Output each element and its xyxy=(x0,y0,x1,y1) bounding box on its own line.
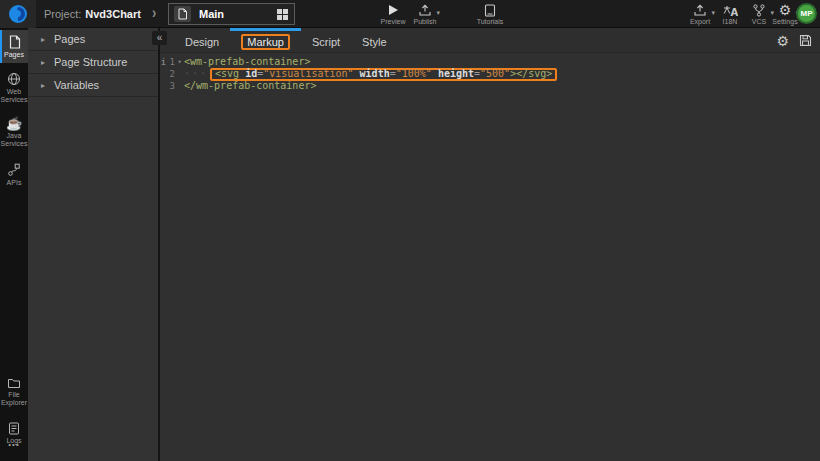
sidebar-item-label: APIs xyxy=(7,179,22,187)
editor-region: Design Markup Script Style ⚙ xyxy=(158,28,820,461)
line-number: 1 xyxy=(167,56,175,68)
logs-document-icon xyxy=(8,422,20,435)
sidebar-item-apis[interactable]: APIs xyxy=(0,158,28,191)
code-token: height xyxy=(438,68,474,80)
code-token: </wm-prefab-container> xyxy=(184,80,316,92)
panel-section-variables[interactable]: ▸ Variables xyxy=(28,74,158,97)
code-token: width xyxy=(360,68,390,80)
tab-label: Script xyxy=(312,36,340,48)
translate-icon: A xyxy=(723,3,738,17)
i18n-label: I18N xyxy=(723,18,738,25)
gutter-line-3[interactable]: 3 xyxy=(160,80,184,92)
code-token: id xyxy=(245,68,257,80)
wavemaker-studio-window: Project: Nvd3Chart › Main xyxy=(0,0,820,461)
chevron-down-icon: ▾ xyxy=(436,9,440,17)
grid-icon[interactable] xyxy=(276,8,289,21)
tab-script[interactable]: Script xyxy=(301,28,351,52)
line-number: 2 xyxy=(167,68,175,80)
wavemaker-logo-icon xyxy=(8,4,28,24)
gutter-line-2[interactable]: 2 xyxy=(160,68,184,80)
gutter-line-1[interactable]: i 1 ▾ xyxy=(160,56,184,68)
more-options-icon[interactable]: ••• xyxy=(0,440,28,449)
preview-label: Preview xyxy=(381,18,406,25)
vcs-label: VCS xyxy=(752,18,766,25)
tab-style[interactable]: Style xyxy=(351,28,397,52)
play-icon xyxy=(387,3,399,17)
code-token: <wm-prefab-container> xyxy=(184,56,310,68)
tab-design[interactable]: Design xyxy=(174,28,230,52)
editor-tab-strip: Design Markup Script Style ⚙ xyxy=(160,28,820,53)
user-avatar[interactable]: MP xyxy=(796,3,817,24)
editor-settings-button[interactable]: ⚙ xyxy=(776,34,789,48)
gutter-info-marker: i xyxy=(160,56,167,68)
annotation-highlight: <svg id = "visualisation" width = "100%"… xyxy=(210,68,557,81)
branch-icon: ▾ xyxy=(752,3,766,17)
sidebar-item-java-services[interactable]: ☕ Java Services xyxy=(0,112,28,152)
project-name: Nvd3Chart xyxy=(85,8,141,20)
project-label: Project: xyxy=(44,8,81,20)
panel-section-label: Pages xyxy=(54,33,85,45)
sidebar-item-label: Pages xyxy=(4,51,24,59)
settings-label: Settings xyxy=(772,18,797,25)
collapsed-arrow-icon: ▸ xyxy=(41,81,45,90)
code-token: <svg xyxy=(215,68,245,80)
tab-label: Design xyxy=(185,36,219,48)
save-button[interactable] xyxy=(799,34,812,47)
sidebar-item-file-explorer[interactable]: File Explorer xyxy=(0,372,28,411)
pages-icon xyxy=(8,35,21,49)
explorer-panel: ▸ Pages ▸ Page Structure ▸ Variables « xyxy=(28,28,158,461)
collapsed-arrow-icon: ▸ xyxy=(41,58,45,67)
code-editor[interactable]: i 1 ▾ <wm-prefab-container> 2 ··· <svg i… xyxy=(160,53,820,92)
annotation-highlight: Markup xyxy=(241,34,290,50)
page-tab-main[interactable]: Main xyxy=(168,3,295,25)
tutorials-book-icon xyxy=(484,3,496,17)
panel-section-label: Page Structure xyxy=(54,56,127,68)
panel-collapse-button[interactable]: « xyxy=(152,31,167,45)
publish-button[interactable]: ▾ Publish xyxy=(406,3,444,27)
coffee-icon: ☕ xyxy=(6,117,22,130)
collapsed-arrow-icon: ▸ xyxy=(41,35,45,44)
page-doc-icon xyxy=(174,6,191,22)
project-indicator: Project: Nvd3Chart xyxy=(44,0,141,28)
code-line-2[interactable]: 2 ··· <svg id = "visualisation" width = … xyxy=(160,68,820,80)
code-token: "500" xyxy=(480,68,510,80)
folder-icon xyxy=(7,377,21,389)
connector-icon xyxy=(7,163,21,177)
svg-text:A: A xyxy=(730,7,738,17)
gear-icon: ⚙ xyxy=(776,34,789,48)
activity-bar: Pages Web Services ☕ Java Services xyxy=(0,28,28,461)
code-token: "100%" xyxy=(396,68,438,80)
tab-markup[interactable]: Markup xyxy=(230,28,301,52)
save-floppy-icon xyxy=(799,34,812,47)
sidebar-item-pages[interactable]: Pages xyxy=(0,30,28,63)
globe-icon xyxy=(7,72,21,86)
line-number: 3 xyxy=(167,80,175,92)
sidebar-item-label: Java Services xyxy=(0,132,28,148)
tutorials-button[interactable]: Tutorials xyxy=(471,3,509,27)
page-tab-label: Main xyxy=(199,8,276,20)
sidebar-item-label: Web Services xyxy=(0,88,28,104)
export-upload-icon: ▾ xyxy=(693,3,707,17)
tab-label: Style xyxy=(362,36,386,48)
panel-section-page-structure[interactable]: ▸ Page Structure xyxy=(28,51,158,74)
sidebar-item-web-services[interactable]: Web Services xyxy=(0,67,28,108)
app-logo[interactable] xyxy=(0,0,36,28)
code-line-3[interactable]: 3 </wm-prefab-container> xyxy=(160,80,820,92)
tutorials-label: Tutorials xyxy=(477,18,504,25)
code-token: "visualisation" xyxy=(263,68,359,80)
code-token: ></svg> xyxy=(510,68,552,80)
panel-section-label: Variables xyxy=(54,79,99,91)
top-bar: Project: Nvd3Chart › Main xyxy=(0,0,820,28)
sidebar-item-label: File Explorer xyxy=(0,391,28,407)
whitespace-dots: ··· xyxy=(184,68,208,80)
panel-section-pages[interactable]: ▸ Pages xyxy=(28,28,158,51)
code-line-1[interactable]: i 1 ▾ <wm-prefab-container> xyxy=(160,56,820,68)
export-label: Export xyxy=(690,18,710,25)
publish-upload-icon: ▾ xyxy=(418,3,432,17)
publish-label: Publish xyxy=(414,18,437,25)
fold-arrow-icon[interactable]: ▾ xyxy=(175,56,184,68)
breadcrumb-chevron-icon[interactable]: › xyxy=(152,3,156,23)
gear-icon: ⚙ ▾ xyxy=(779,3,792,17)
